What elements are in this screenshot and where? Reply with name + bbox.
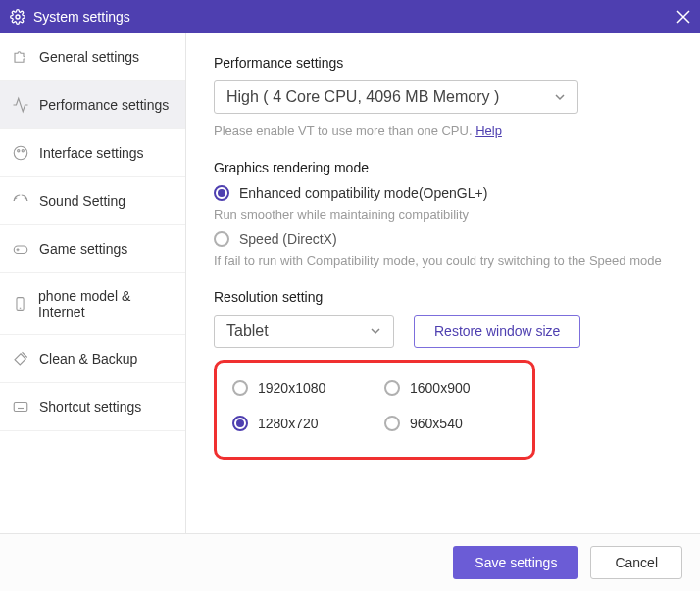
palette-icon: [12, 144, 29, 162]
svg-point-3: [22, 150, 24, 152]
radio-960x540[interactable]: 960x540: [384, 416, 517, 431]
radio-icon: [214, 185, 229, 201]
resolution-mode-value: Tablet: [226, 322, 269, 340]
cancel-button[interactable]: Cancel: [590, 546, 682, 579]
resolution-options-highlight: 1920x1080 1600x900 1280x720 960x540: [214, 360, 535, 460]
resolution-mode-select[interactable]: Tablet: [214, 315, 394, 348]
sidebar-item-sound[interactable]: Sound Setting: [0, 177, 185, 225]
sidebar: General settings Performance settings In…: [0, 33, 186, 533]
svg-rect-4: [14, 246, 27, 254]
activity-icon: [12, 96, 29, 114]
radio-icon: [232, 416, 248, 431]
sidebar-item-interface[interactable]: Interface settings: [0, 129, 185, 177]
radio-label: 960x540: [410, 416, 463, 431]
gear-icon: [10, 9, 25, 25]
sidebar-item-label: phone model & Internet: [38, 288, 174, 320]
restore-window-button[interactable]: Restore window size: [414, 315, 580, 348]
chevron-down-icon: [554, 91, 566, 103]
resolution-title: Resolution setting: [214, 289, 673, 305]
radio-label: Enhanced compatibility mode(OpenGL+): [239, 185, 487, 201]
footer: Save settings Cancel: [0, 533, 700, 591]
window-title: System settings: [33, 9, 676, 25]
radio-icon: [232, 380, 248, 396]
radio-icon: [214, 231, 229, 247]
sidebar-item-label: Performance settings: [39, 97, 169, 113]
sound-icon: [12, 192, 29, 210]
close-icon[interactable]: [676, 10, 690, 24]
radio-label: 1920x1080: [258, 380, 325, 396]
svg-point-0: [16, 15, 20, 19]
radio-1920x1080[interactable]: 1920x1080: [232, 380, 365, 396]
performance-select-value: High ( 4 Core CPU, 4096 MB Memory ): [226, 88, 499, 106]
radio-label: 1600x900: [410, 380, 471, 396]
sidebar-item-general[interactable]: General settings: [0, 33, 185, 81]
puzzle-icon: [12, 48, 29, 66]
sidebar-item-label: Shortcut settings: [39, 399, 141, 415]
phone-icon: [12, 295, 28, 313]
svg-point-2: [18, 150, 20, 152]
sidebar-item-clean[interactable]: Clean & Backup: [0, 335, 185, 383]
main-panel: Performance settings High ( 4 Core CPU, …: [186, 33, 700, 533]
sidebar-item-label: Interface settings: [39, 145, 144, 161]
sidebar-item-label: Sound Setting: [39, 193, 125, 209]
radio-label: Speed (DirectX): [239, 231, 337, 247]
performance-section: Performance settings High ( 4 Core CPU, …: [214, 55, 673, 138]
keyboard-icon: [12, 398, 29, 416]
resolution-section: Resolution setting Tablet Restore window…: [214, 289, 673, 460]
directx-hint: If fail to run with Compatibility mode, …: [214, 253, 673, 268]
sidebar-item-label: Clean & Backup: [39, 351, 137, 367]
radio-directx[interactable]: Speed (DirectX): [214, 231, 673, 247]
sidebar-item-label: Game settings: [39, 241, 127, 257]
save-button[interactable]: Save settings: [453, 546, 578, 579]
performance-title: Performance settings: [214, 55, 673, 71]
sidebar-item-label: General settings: [39, 49, 139, 65]
radio-icon: [384, 416, 400, 431]
sidebar-item-shortcut[interactable]: Shortcut settings: [0, 383, 185, 431]
graphics-section: Graphics rendering mode Enhanced compati…: [214, 160, 673, 268]
sidebar-item-performance[interactable]: Performance settings: [0, 81, 185, 129]
sidebar-item-game[interactable]: Game settings: [0, 225, 185, 273]
radio-label: 1280x720: [258, 416, 319, 431]
help-link[interactable]: Help: [475, 123, 502, 138]
radio-1600x900[interactable]: 1600x900: [384, 380, 517, 396]
chevron-down-icon: [370, 325, 381, 337]
performance-select[interactable]: High ( 4 Core CPU, 4096 MB Memory ): [214, 80, 578, 114]
radio-1280x720[interactable]: 1280x720: [232, 416, 365, 431]
opengl-hint: Run smoother while maintaining compatibi…: [214, 207, 673, 222]
radio-icon: [384, 380, 400, 396]
graphics-title: Graphics rendering mode: [214, 160, 673, 175]
gamepad-icon: [12, 240, 29, 258]
titlebar: System settings: [0, 0, 700, 33]
svg-point-1: [14, 146, 27, 160]
radio-opengl[interactable]: Enhanced compatibility mode(OpenGL+): [214, 185, 673, 201]
performance-hint: Please enable VT to use more than one CP…: [214, 123, 673, 138]
svg-rect-9: [14, 403, 27, 412]
broom-icon: [12, 350, 29, 368]
sidebar-item-phone[interactable]: phone model & Internet: [0, 273, 185, 335]
